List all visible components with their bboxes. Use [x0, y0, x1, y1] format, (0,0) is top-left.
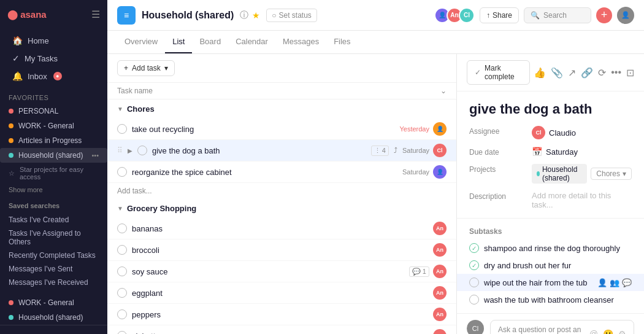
collapse-icon: ⌄	[440, 87, 447, 95]
dropdown-icon: ▾	[623, 169, 626, 178]
date-tag: Saturday	[402, 168, 429, 176]
tab-files[interactable]: Files	[326, 31, 358, 53]
star-projects-note: ☆ Star projects for easy access	[0, 163, 107, 184]
subtask-row[interactable]: wipe out the hair from the tub 👤 👥 💬	[457, 274, 644, 291]
comment-placeholder: Ask a question or post an update...	[498, 325, 589, 334]
project-tag[interactable]: Household (shared)	[532, 164, 587, 184]
section-chores[interactable]: ▼ Chores	[107, 99, 456, 118]
subtask-check[interactable]: ✓	[469, 243, 479, 253]
sidebar-item-inbox[interactable]: 🔔 Inbox ●	[4, 68, 104, 85]
comment-area: Cl Ask a question or post an update... @…	[467, 320, 634, 334]
task-row[interactable]: ciabatta An	[107, 325, 456, 334]
dot-icon	[9, 109, 13, 114]
tab-calendar[interactable]: Calendar	[228, 31, 275, 53]
show-more[interactable]: Show more	[0, 184, 107, 196]
collapse-icon[interactable]: ⊡	[626, 67, 634, 79]
sidebar-item-work-general[interactable]: WORK - General	[0, 118, 107, 133]
chores-tag[interactable]: Chores ▾	[591, 168, 632, 180]
attach-icon[interactable]: 📎	[551, 67, 563, 79]
subtask-check[interactable]	[469, 295, 479, 305]
due-date-value[interactable]: 📅 Saturday	[532, 147, 578, 157]
info-icon[interactable]: ⓘ	[240, 10, 248, 21]
drag-handle-icon[interactable]: ⠿	[117, 146, 123, 155]
task-check[interactable]	[117, 331, 127, 334]
share-icon: ↑	[486, 11, 490, 20]
attach-icon[interactable]: ⚙	[618, 329, 626, 334]
emoji-icon[interactable]: 🙂	[603, 329, 613, 334]
add-task-label: Add task...	[117, 187, 152, 195]
like-icon[interactable]: 👍	[534, 67, 546, 79]
task-check[interactable]	[117, 167, 127, 177]
main-content: ≡ Household (shared) ⓘ ★ ○ Set status 👤 …	[107, 0, 644, 334]
sidebar-nav: 🏠 Home ✓ My Tasks 🔔 Inbox ●	[0, 29, 107, 88]
saved-link-completed[interactable]: Recently Completed Tasks	[0, 249, 107, 262]
task-check[interactable]	[117, 245, 127, 255]
more-icon[interactable]: •••	[611, 67, 621, 78]
task-name: soy sauce	[132, 267, 404, 276]
task-row[interactable]: reorganize the spice cabinet Saturday 👤	[107, 161, 456, 183]
star-icon[interactable]: ★	[252, 10, 260, 20]
tab-list[interactable]: List	[165, 31, 192, 53]
sidebar-item-articles[interactable]: Articles in Progress	[0, 133, 107, 148]
description-placeholder[interactable]: Add more detail to this task...	[532, 191, 632, 209]
saved-link-sent[interactable]: Messages I've Sent	[0, 262, 107, 276]
saved-link-received[interactable]: Messages I've Received	[0, 276, 107, 289]
add-button[interactable]: +	[596, 7, 612, 23]
subtask-arrow-icon: ⤴	[394, 146, 397, 155]
subtask-check[interactable]	[469, 278, 479, 287]
subtask-row[interactable]: ✓ dry and brush out her fur	[457, 257, 644, 274]
task-check[interactable]	[117, 309, 127, 319]
mark-complete-button[interactable]: ✓ Mark complete	[467, 60, 530, 85]
share-icon[interactable]: ↗	[568, 67, 576, 79]
sync-icon[interactable]: ⟳	[598, 67, 606, 79]
subtask-row[interactable]: wash the tub with bathroom cleanser	[457, 291, 644, 308]
share-button[interactable]: ↑ Share	[480, 7, 519, 23]
task-check[interactable]	[117, 288, 127, 298]
subtask-check[interactable]: ✓	[469, 260, 479, 270]
expand-icon[interactable]: ▶	[128, 147, 132, 154]
add-task-chores[interactable]: Add task...	[107, 183, 456, 199]
task-check[interactable]	[117, 266, 127, 276]
sidebar-logo: ⬤ asana ☰	[0, 0, 107, 29]
sidebar-bottom-work[interactable]: WORK - General	[0, 295, 107, 310]
saved-link-assigned[interactable]: Tasks I've Assigned to Others	[0, 227, 107, 249]
sidebar-bottom-household[interactable]: Household (shared)	[0, 310, 107, 325]
task-row[interactable]: take out recycling Yesterday 👤	[107, 118, 456, 140]
tab-overview[interactable]: Overview	[117, 31, 165, 53]
task-check[interactable]	[137, 146, 147, 155]
add-task-button[interactable]: + Add task ▾	[117, 60, 175, 76]
link-icon[interactable]: 🔗	[581, 67, 593, 79]
hamburger-icon[interactable]: ☰	[91, 9, 100, 20]
sidebar-item-household[interactable]: Household (shared) •••	[0, 148, 107, 163]
at-icon[interactable]: @	[589, 329, 598, 334]
tab-board[interactable]: Board	[192, 31, 228, 53]
task-row[interactable]: soy sauce 💬 1 An	[107, 261, 456, 282]
project-name: Household (shared)	[142, 10, 234, 21]
tab-messages[interactable]: Messages	[275, 31, 326, 53]
user-avatar[interactable]: 👤	[617, 7, 634, 24]
assignee-value[interactable]: Cl Claudio	[532, 126, 576, 139]
task-row[interactable]: peppers An	[107, 304, 456, 325]
task-check[interactable]	[117, 124, 127, 134]
sidebar-item-home[interactable]: 🏠 Home	[4, 32, 104, 49]
task-row[interactable]: bananas An	[107, 218, 456, 239]
task-name: give the dog a bath	[152, 146, 366, 155]
sidebar-item-mytasks[interactable]: ✓ My Tasks	[4, 50, 104, 67]
task-check[interactable]	[117, 223, 127, 233]
task-meta: Yesterday 👤	[399, 122, 447, 136]
task-row[interactable]: ⠿ ▶ give the dog a bath ⋮ 4 ⤴ Saturday C…	[107, 140, 456, 161]
mark-complete-label: Mark complete	[485, 64, 522, 81]
description-row: Description Add more detail to this task…	[457, 187, 644, 213]
sidebar-item-personal[interactable]: PERSONAL	[0, 104, 107, 118]
comment-input[interactable]: Ask a question or post an update... @ 🙂 …	[490, 320, 634, 334]
set-status-icon: ○	[272, 11, 276, 20]
subtask-row[interactable]: ✓ shampoo and rinse the dog thoroughly	[457, 239, 644, 257]
task-row[interactable]: eggplant An	[107, 282, 456, 304]
section-grocery[interactable]: ▼ Grocery Shopping	[107, 199, 456, 218]
search-bar[interactable]: 🔍 Search	[524, 7, 591, 23]
help-item[interactable]: ? Help & getting started	[0, 330, 107, 334]
set-status-button[interactable]: ○ Set status	[266, 9, 317, 22]
task-row[interactable]: broccoli An	[107, 239, 456, 261]
saved-link-created[interactable]: Tasks I've Created	[0, 213, 107, 227]
comment-avatar: Cl	[467, 320, 484, 334]
